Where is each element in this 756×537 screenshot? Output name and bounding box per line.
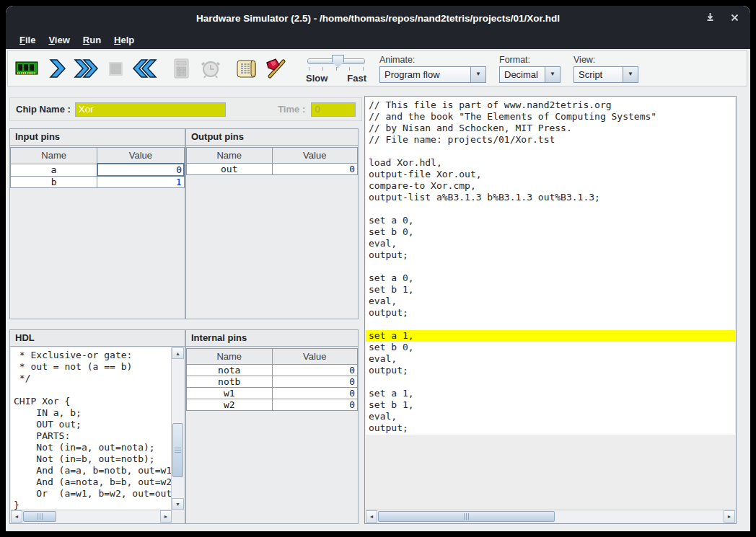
pin-value[interactable]: 0: [272, 164, 358, 175]
code-line: Not (in=a, out=nota);: [14, 442, 172, 453]
output-pins-title: Output pins: [186, 129, 358, 146]
menu-file[interactable]: File: [13, 32, 42, 48]
column-header-name: Name: [187, 148, 273, 164]
input-pins-title: Input pins: [10, 129, 185, 146]
script-panel: // This file is part of www.nand2tetris.…: [364, 96, 737, 524]
code-line: IN a, b;: [14, 407, 172, 419]
pin-value[interactable]: 0: [272, 376, 358, 388]
view-select[interactable]: Script ▼: [573, 66, 638, 83]
scroll-left-arrow[interactable]: ◄: [11, 510, 22, 523]
code-line: eval,: [366, 238, 735, 249]
code-line: And (a=nota, b=b, out=w2);: [14, 476, 172, 488]
format-select[interactable]: Decimal ▼: [499, 66, 561, 83]
scrollbar-thumb[interactable]: [23, 511, 56, 522]
fast-label: Fast: [347, 73, 366, 84]
code-line: set b 0,: [366, 226, 735, 238]
scroll-left-arrow[interactable]: ◄: [366, 510, 377, 523]
slider-thumb[interactable]: [332, 55, 344, 68]
scrollbar-thumb[interactable]: [172, 423, 183, 477]
pin-name: w1: [187, 388, 273, 399]
breakpoints-button[interactable]: [262, 53, 291, 84]
chip-bar: Chip Name : Xor Time : 0: [9, 97, 362, 121]
column-header-name: Name: [187, 349, 273, 365]
code-line: eval,: [366, 353, 735, 365]
pin-value[interactable]: 0: [272, 388, 358, 399]
pin-value[interactable]: 0: [272, 399, 358, 411]
pin-row-a: a0: [11, 164, 185, 176]
title-bar: Hardware Simulator (2.5) - /home/thomas/…: [6, 6, 750, 30]
pin-name: nota: [187, 365, 273, 376]
chip-icon: [14, 56, 40, 81]
view-group: View: Script ▼: [573, 55, 638, 83]
code-line: output-list a%B3.1.3 b%B3.1.3 out%B3.1.3…: [366, 192, 735, 203]
code-line: eval,: [366, 296, 735, 307]
pin-value[interactable]: 1: [97, 176, 184, 188]
load-script-button[interactable]: [232, 53, 261, 84]
scrollbar-thumb[interactable]: [378, 511, 555, 522]
column-header-value: Value: [272, 349, 358, 365]
code-line: [366, 203, 735, 215]
chevron-down-icon[interactable]: ▼: [545, 67, 560, 82]
minimize-button[interactable]: [704, 12, 716, 24]
hdl-code[interactable]: * Exclusive-or gate: * out = not (a == b…: [11, 347, 172, 510]
speed-slider[interactable]: Slow Fast: [306, 53, 366, 84]
slider-labels: Slow Fast: [306, 73, 366, 84]
menu-help[interactable]: Help: [107, 32, 141, 48]
pin-name: notb: [187, 376, 273, 388]
slow-label: Slow: [306, 73, 328, 84]
calculator-button: [167, 53, 195, 84]
code-line: compare-to Xor.cmp,: [366, 180, 735, 192]
code-line: // and the book "The Elements of Computi…: [366, 111, 735, 123]
toolbar: Slow Fast Animate: Program flow ▼ Format…: [7, 50, 747, 86]
hdl-panel: HDL * Exclusive-or gate: * out = not (a …: [9, 329, 185, 524]
output-pins-table[interactable]: NameValueout0: [186, 147, 358, 175]
code-line: CHIP Xor {: [14, 396, 172, 407]
code-line: [366, 319, 735, 330]
clock-button: [196, 53, 225, 84]
alarm-clock-icon: [198, 56, 223, 81]
view-value: Script: [574, 67, 623, 82]
close-button[interactable]: [729, 12, 740, 24]
script-view[interactable]: // This file is part of www.nand2tetris.…: [366, 97, 735, 435]
single-step-button[interactable]: [42, 53, 71, 84]
time-label: Time :: [278, 104, 305, 115]
internal-pins-table[interactable]: NameValuenota0notb0w10w20: [186, 348, 358, 411]
scroll-up-arrow[interactable]: ▲: [172, 347, 184, 359]
reset-button[interactable]: [131, 53, 159, 84]
hdl-horizontal-scrollbar[interactable]: ◄ ►: [11, 510, 172, 523]
chip-name-field[interactable]: Xor: [75, 102, 226, 117]
run-button[interactable]: [71, 53, 100, 84]
code-line: PARTS:: [14, 430, 172, 442]
menu-run[interactable]: Run: [76, 32, 107, 48]
code-line: output-file Xor.out,: [366, 169, 735, 180]
scroll-right-arrow[interactable]: ►: [160, 510, 172, 523]
pin-value[interactable]: 0: [97, 164, 184, 176]
minimize-icon: [706, 12, 715, 25]
menu-view[interactable]: View: [42, 32, 76, 48]
load-chip-button[interactable]: [12, 53, 41, 84]
toolbar-buttons: [12, 53, 291, 84]
pin-row-nota: nota0: [187, 365, 358, 376]
scroll-down-arrow[interactable]: ▼: [172, 498, 184, 510]
stop-icon: [103, 56, 128, 81]
script-horizontal-scrollbar[interactable]: ◄ ►: [366, 510, 735, 523]
internal-pins-title: Internal pins: [186, 330, 358, 347]
scroll-right-arrow[interactable]: ►: [724, 510, 735, 523]
code-line: set b 0,: [366, 342, 735, 353]
chevron-down-icon[interactable]: ▼: [623, 67, 638, 82]
menu-bar: FileViewRunHelp: [6, 30, 750, 49]
code-line: output;: [366, 365, 735, 376]
pin-row-notb: notb0: [187, 376, 358, 388]
time-field: 0: [311, 102, 356, 117]
animate-select[interactable]: Program flow ▼: [379, 66, 486, 83]
code-line: output;: [366, 249, 735, 261]
input-pins-table[interactable]: NameValuea0b1: [10, 147, 185, 188]
hdl-body: * Exclusive-or gate: * out = not (a == b…: [10, 347, 185, 523]
rewind-icon: [131, 56, 159, 81]
window-controls: [704, 6, 740, 30]
hdl-vertical-scrollbar[interactable]: ▲ ▼: [171, 347, 184, 510]
chevron-down-icon[interactable]: ▼: [470, 67, 485, 82]
pin-value[interactable]: 0: [272, 365, 358, 376]
pin-name: a: [11, 164, 97, 176]
view-label: View:: [573, 55, 595, 65]
